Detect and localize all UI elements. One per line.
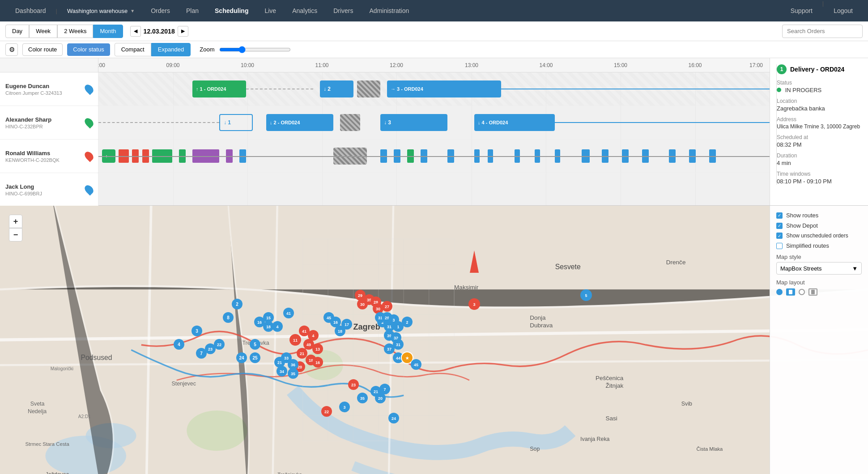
- info-scheduled-section: Scheduled at 08:32 PM: [777, 134, 868, 148]
- svg-text:Ivanja Reka: Ivanja Reka: [580, 436, 610, 442]
- timeline-section: Eugene Duncan Citroen Jumper C-324313 Al…: [0, 58, 868, 206]
- radio-layout-1[interactable]: [776, 289, 783, 295]
- nav-analytics[interactable]: Analytics: [284, 0, 325, 21]
- toolbar-row1: Day Week 2 Weeks Month ◀ 12.03.2018 ▶: [0, 21, 868, 41]
- gantt-connector-e1: [246, 89, 313, 89]
- nav-orders[interactable]: Orders: [143, 0, 178, 21]
- driver-vehicle-0: Citroen Jumper C-324313: [5, 90, 82, 96]
- nav-dashboard[interactable]: Dashboard: [7, 0, 54, 21]
- gantt-block-a1[interactable]: ↓ 1: [219, 114, 253, 131]
- driver-row-3: Jack Long HINO-C-699BRJ: [0, 173, 98, 207]
- layout-icon-filled[interactable]: [786, 288, 795, 296]
- zoom-out-btn[interactable]: −: [9, 228, 22, 241]
- gantt-block-e3[interactable]: → 3 - ORD024: [387, 80, 501, 97]
- date-next-btn[interactable]: ▶: [178, 26, 188, 37]
- btn-month[interactable]: Month: [93, 25, 123, 38]
- driver-info-0: Eugene Duncan Citroen Jumper C-324313: [0, 72, 98, 106]
- gantt-row-0: ↑ 1 - ORD024 ↓ 2 → 3 - ORD024: [98, 72, 770, 106]
- svg-text:Trešnjevka: Trešnjevka: [277, 472, 302, 474]
- svg-text:Dubrava: Dubrava: [530, 322, 553, 329]
- gantt-block-e-hatch[interactable]: [357, 80, 381, 97]
- svg-text:Svib: Svib: [681, 401, 692, 407]
- gantt-block-a2[interactable]: ↓ 2 - ORD024: [266, 114, 333, 131]
- map-legend-panel: ✓ Show routes ✓ Show Depot ✓ Show unsche…: [770, 206, 868, 474]
- vline: [472, 173, 472, 205]
- legend-show-routes[interactable]: ✓ Show routes: [776, 212, 862, 219]
- svg-text:A2:D1: A2:D1: [78, 414, 91, 419]
- order-badge: 1: [777, 64, 787, 74]
- nav-administration[interactable]: Administration: [362, 0, 417, 21]
- driver-info-1: Alexander Sharp HINO-C-232BPR: [0, 106, 98, 139]
- svg-text:Sop: Sop: [530, 446, 540, 452]
- vline: [546, 173, 546, 205]
- driver-vehicle-1: HINO-C-232BPR: [5, 124, 82, 129]
- vline: [621, 173, 621, 205]
- gantt-line-a: [555, 122, 770, 123]
- zoom-slider[interactable]: [219, 46, 291, 53]
- legend-simplified-routes[interactable]: Simplified routes: [776, 242, 862, 249]
- legend-show-depot[interactable]: ✓ Show Depot: [776, 222, 862, 229]
- vline: [472, 106, 472, 139]
- driver-name-1: Alexander Sharp: [5, 116, 82, 123]
- simplified-routes-checkbox[interactable]: [776, 243, 783, 249]
- map-container[interactable]: Podsused Sveta Nedelja Stenjevec Trešnje…: [0, 206, 868, 474]
- svg-text:Maksimir: Maksimir: [454, 284, 479, 291]
- gantt-block-e1[interactable]: ↑ 1 - ORD024: [192, 80, 246, 97]
- color-route-btn[interactable]: Color route: [22, 43, 63, 56]
- color-status-btn[interactable]: Color status: [67, 43, 110, 56]
- show-routes-checkbox[interactable]: ✓: [776, 212, 783, 219]
- driver-pin-0: [83, 83, 95, 95]
- btn-day[interactable]: Day: [5, 25, 29, 38]
- btn-expanded[interactable]: Expanded: [151, 43, 191, 56]
- map-layout-label: Map layout: [776, 279, 862, 286]
- tick-9: 17:00: [749, 62, 763, 68]
- gantt-block-e2[interactable]: ↓ 2: [320, 80, 353, 97]
- nav-plan[interactable]: Plan: [178, 0, 207, 21]
- driver-vehicle-2: KENWORTH-C-202BQK: [5, 157, 82, 163]
- driver-pin-2: [83, 150, 95, 162]
- nav-live[interactable]: Live: [256, 0, 284, 21]
- layout-icon-empty[interactable]: [808, 288, 817, 296]
- show-unscheduled-checkbox[interactable]: ✓: [776, 233, 783, 239]
- tick-7: 15:00: [614, 62, 627, 68]
- settings-gear-btn[interactable]: ⚙: [5, 43, 18, 56]
- nav-drivers[interactable]: Drivers: [325, 0, 361, 21]
- btn-compact[interactable]: Compact: [115, 43, 151, 56]
- nav-scheduling[interactable]: Scheduling: [207, 0, 256, 21]
- btn-week[interactable]: Week: [29, 25, 57, 38]
- date-navigation: ◀ 12.03.2018 ▶: [130, 26, 188, 37]
- legend-show-unscheduled[interactable]: ✓ Show unscheduled orders: [776, 233, 862, 239]
- show-depot-checkbox[interactable]: ✓: [776, 223, 783, 229]
- warehouse-name: Washington warehouse: [67, 8, 128, 14]
- vline: [396, 173, 397, 205]
- search-orders-input[interactable]: [782, 25, 863, 38]
- info-duration-value: 4 min: [777, 160, 868, 166]
- zoom-in-btn[interactable]: +: [9, 215, 22, 228]
- warehouse-chevron: ▼: [130, 8, 135, 13]
- btn-two-weeks[interactable]: 2 Weeks: [57, 25, 93, 38]
- gantt-row-1: ↓ 1 ↓ 2 - ORD024 ↓ 3 ↓ 4 - ORD024: [98, 106, 770, 140]
- info-timewindows-label: Time windows: [777, 171, 868, 177]
- nav-logout[interactable]: Logout: [825, 0, 861, 21]
- nav-sep2: |: [822, 0, 824, 21]
- gantt-row-3: [98, 173, 770, 205]
- date-prev-btn[interactable]: ◀: [130, 26, 141, 37]
- top-navigation: Dashboard | Washington warehouse ▼ Order…: [0, 0, 868, 21]
- vline: [695, 173, 696, 205]
- gantt-block-a4[interactable]: ↓ 4 - ORD024: [474, 114, 555, 131]
- tick-6: 14:00: [539, 62, 553, 68]
- radio-layout-2[interactable]: [799, 289, 805, 295]
- nav-support[interactable]: Support: [783, 0, 821, 21]
- period-selector: Day Week 2 Weeks Month: [5, 25, 123, 38]
- driver-vehicle-3: HINO-C-699BRJ: [5, 191, 82, 196]
- info-location-section: Location Zagrebačka banka: [777, 98, 868, 112]
- map-style-select[interactable]: MapBox Streets ▼: [776, 262, 862, 275]
- gantt-block-a3[interactable]: ↓ 3: [380, 114, 447, 131]
- svg-text:Peščenica: Peščenica: [596, 375, 624, 381]
- driver-pin-1: [83, 117, 95, 129]
- tick-2: 10:00: [241, 62, 254, 68]
- gantt-block-a-hatch[interactable]: [340, 114, 360, 131]
- current-date: 12.03.2018: [144, 28, 175, 35]
- tick-4: 12:00: [390, 62, 403, 68]
- nav-warehouse[interactable]: Washington warehouse ▼: [59, 8, 143, 14]
